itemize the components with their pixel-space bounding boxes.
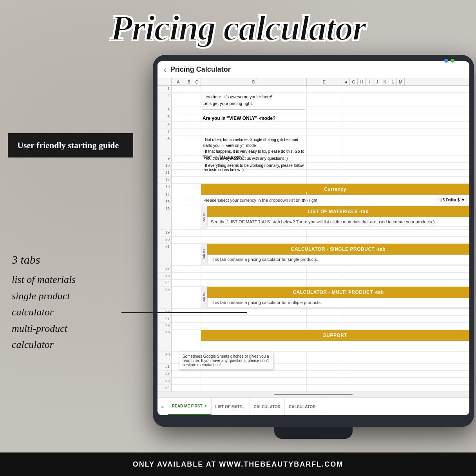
view-only-text3: - You can always contact us with any que… <box>201 156 307 162</box>
col-header-h: H <box>358 78 366 85</box>
greeting-line1: Hey there, it's awesome you're here! <box>203 94 305 100</box>
col-header-g: G <box>350 78 358 85</box>
tab-menu-icon[interactable]: ≡ <box>157 398 168 415</box>
screen-title: Pricing Calculator <box>170 65 231 74</box>
col-header-i: I <box>366 78 373 85</box>
col-header-k: K <box>381 78 389 85</box>
table-row: 25 Tab #4 CALCULATOR - MULTI PRODUCT -ta… <box>157 287 469 309</box>
tabs-label: 3 tabs <box>12 251 76 268</box>
table-row: 23 <box>157 273 469 280</box>
table-row: 16 Tab #2 LIST OF MATERIALS -tab See t <box>157 206 469 230</box>
tab-calc2-label: CALCULATOR <box>289 405 316 409</box>
col-header-j: J <box>373 78 381 85</box>
screen-header: ‹ Pricing Calculator <box>157 61 469 78</box>
user-friendly-label: User friendly starting guide <box>17 140 119 150</box>
table-row: 29 SUPPORT <box>157 330 469 352</box>
tab-calc1-label: CALCULATOR <box>254 405 281 409</box>
tab-2-label: Tab #2 <box>201 206 207 229</box>
tab-dropdown-arrow: ▼ <box>204 404 207 408</box>
scroll-indicator <box>157 392 469 397</box>
table-row: 34 <box>157 385 469 392</box>
table-row: 32 <box>157 371 469 378</box>
support-body: Sometimes Google Sheets glitches or give… <box>183 354 269 367</box>
tab-calculator-1[interactable]: CALCULATOR <box>250 398 285 415</box>
table-row: 21 Tab #3 CALCULATOR - SINGLE PRODUCT -t… <box>157 244 469 266</box>
column-headers: A B C D E ◄ G H I J K L M <box>157 78 469 86</box>
tablet-device: ‹ Pricing Calculator A B C D E ◄ G H I <box>153 55 474 427</box>
list-of-materials-header: LIST OF MATERIALS -tab <box>207 206 469 217</box>
support-tooltip: Sometimes Google Sheets glitches or give… <box>179 352 273 369</box>
single-product-header: CALCULATOR - SINGLE PRODUCT -tab <box>207 244 469 255</box>
view-only-text1: - Not often, but sometimes Google sharin… <box>203 137 305 148</box>
col-header-m: M <box>397 78 405 85</box>
col-header-a: A <box>172 78 185 85</box>
support-header: SUPPORT <box>201 330 469 341</box>
table-row: 7 <box>157 129 469 136</box>
col-header-c: C <box>193 78 201 85</box>
table-row: 33 <box>157 378 469 385</box>
left-item-4: multi-product <box>12 320 76 337</box>
tab-read-me-first-label: READ ME FIRST <box>172 404 203 408</box>
left-item-3: calculator <box>12 304 76 320</box>
col-header-d: D <box>201 78 307 85</box>
table-row: 1 <box>157 86 469 93</box>
tablet-outer: ‹ Pricing Calculator A B C D E ◄ G H I <box>153 55 474 427</box>
tab-4-label: Tab #4 <box>201 287 207 308</box>
tab-list-of-materials[interactable]: LIST OF MATE... <box>212 398 250 415</box>
tab-3-label: Tab #3 <box>201 244 207 265</box>
table-row: 10 - If everything seems to be working n… <box>157 163 469 170</box>
camera-dot-green <box>451 59 454 63</box>
tablet-stand <box>274 427 353 439</box>
table-row: 9 - You can always contact us with any q… <box>157 156 469 163</box>
tab-list-label: LIST OF MATE... <box>215 405 246 409</box>
tab-calculator-2[interactable]: CALCULATOR <box>285 398 320 415</box>
main-title: Pricing calculator <box>0 7 476 49</box>
tablet-camera <box>444 59 454 63</box>
table-row: 5 Are you in "VIEW ONLY" -mode? <box>157 114 469 122</box>
left-item-5: calculator <box>12 337 76 353</box>
col-header-e: E <box>307 78 342 85</box>
left-item-1: list of materials <box>12 271 76 288</box>
multi-product-header: CALCULATOR - MULTI PRODUCT -tab <box>207 287 469 298</box>
col-header-nav: ◄ <box>342 78 350 85</box>
scroll-line <box>274 394 353 395</box>
table-row: 22 <box>157 266 469 273</box>
table-row: 3 <box>157 107 469 114</box>
table-row: 27 <box>157 316 469 323</box>
table-row: 12 <box>157 177 469 184</box>
tab-read-me-first[interactable]: READ ME FIRST ▼ <box>168 398 212 415</box>
list-of-materials-body: See the "LIST OF MATERIALS" -tab below? … <box>207 217 469 227</box>
table-row: 13 Currency Please select your currency … <box>157 184 469 192</box>
view-only-question: Are you in "VIEW ONLY" -mode? <box>201 114 307 121</box>
table-row: 20 <box>157 237 469 244</box>
table-row: 28 <box>157 323 469 330</box>
spreadsheet: A B C D E ◄ G H I J K L M <box>157 78 469 392</box>
back-arrow-icon[interactable]: ‹ <box>164 65 167 74</box>
footer-text: ONLY AVAILABLE AT WWW.THEBEAUTYBARFL.COM <box>133 460 344 469</box>
table-row: 6 <box>157 122 469 129</box>
left-labels: 3 tabs list of materials single product … <box>12 251 76 353</box>
sheet-content: 1 2 Hey there, it's awe <box>157 86 469 392</box>
row-num-header <box>157 78 172 85</box>
table-row: 8 - Not often, but sometimes Google shar… <box>157 136 469 156</box>
table-row: 11 <box>157 170 469 177</box>
single-product-body: This tab contains a pricing calculator f… <box>207 255 469 264</box>
view-only-text4: - If everything seems to be working norm… <box>201 163 307 169</box>
col-header-l: L <box>389 78 397 85</box>
pointer-line <box>121 312 247 313</box>
table-row: 14 <box>157 192 469 199</box>
multi-product-body: This tab contains a pricing calculator f… <box>207 298 469 308</box>
table-row: 30 Sometimes Google Sheets glitches or g… <box>157 352 469 364</box>
left-item-2: single product <box>12 288 76 304</box>
table-row: 15 <box>157 199 469 206</box>
screen: ‹ Pricing Calculator A B C D E ◄ G H I <box>157 61 469 415</box>
user-friendly-box: User friendly starting guide <box>8 133 133 157</box>
greeting-line2: Let's get your pricing right. <box>203 100 305 107</box>
table-row: 19 <box>157 230 469 237</box>
table-row: 2 Hey there, it's awesome you're here! L… <box>157 93 469 107</box>
col-header-b: B <box>185 78 193 85</box>
footer: ONLY AVAILABLE AT WWW.THEBEAUTYBARFL.COM <box>0 452 476 476</box>
menu-icon: ≡ <box>161 405 164 409</box>
camera-dot-blue <box>444 59 448 63</box>
bottom-tabs: ≡ READ ME FIRST ▼ LIST OF MATE... CALCUL… <box>157 397 469 415</box>
